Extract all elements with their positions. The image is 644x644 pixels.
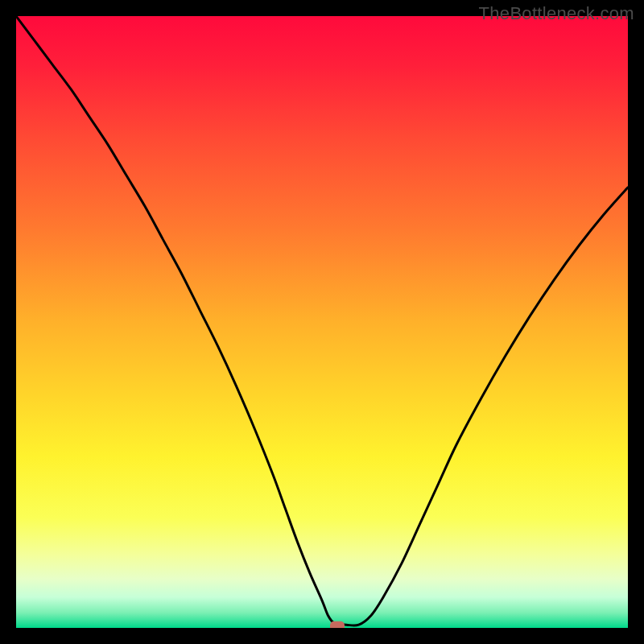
optimum-marker [330, 621, 345, 628]
watermark-text: TheBottleneck.com [479, 3, 634, 24]
chart-frame: TheBottleneck.com [0, 0, 644, 644]
plot-svg [16, 16, 628, 628]
plot-area [16, 16, 628, 628]
plot-background [16, 16, 628, 628]
